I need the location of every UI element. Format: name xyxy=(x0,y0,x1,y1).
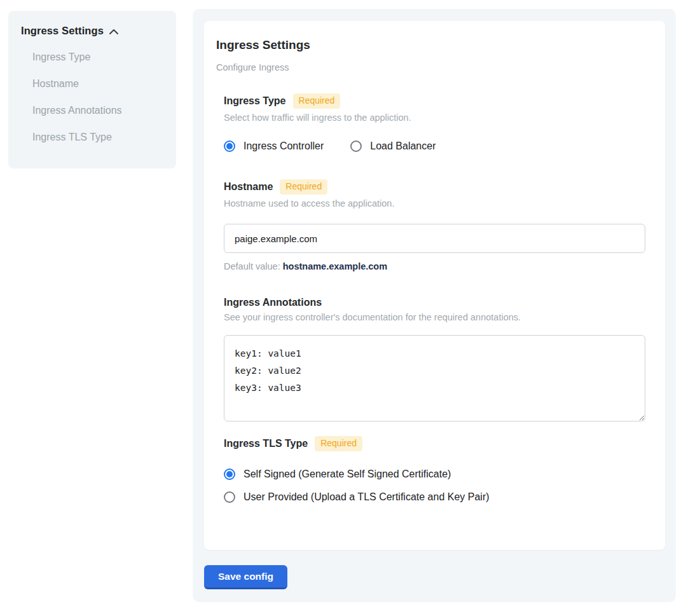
ingress-tls-type-options: Self Signed (Generate Self Signed Certif… xyxy=(224,469,645,503)
ingress-type-options: Ingress Controller Load Balancer xyxy=(224,140,645,152)
section-ingress-tls-type: Ingress TLS Type Required Self Signed (G… xyxy=(224,436,645,503)
radio-option-self-signed[interactable]: Self Signed (Generate Self Signed Certif… xyxy=(224,469,645,480)
ingress-tls-type-label: Ingress TLS Type xyxy=(224,438,308,449)
radio-icon[interactable] xyxy=(224,140,235,152)
sidebar-section-title: Ingress Settings xyxy=(21,25,104,37)
hostname-label: Hostname xyxy=(224,181,273,193)
radio-label: Ingress Controller xyxy=(244,140,324,152)
hostname-default-value: Default value: hostname.example.com xyxy=(224,261,645,271)
sidebar-section-toggle[interactable]: Ingress Settings xyxy=(21,25,165,37)
radio-option-user-provided[interactable]: User Provided (Upload a TLS Certificate … xyxy=(224,491,645,503)
section-hostname: Hostname Required Hostname used to acces… xyxy=(224,179,645,271)
hostname-input[interactable] xyxy=(224,224,645,253)
radio-icon[interactable] xyxy=(224,491,235,503)
default-value-prefix: Default value: xyxy=(224,261,283,271)
radio-option-ingress-controller[interactable]: Ingress Controller xyxy=(224,140,324,152)
radio-label: User Provided (Upload a TLS Certificate … xyxy=(244,491,490,503)
sidebar-item-ingress-type[interactable]: Ingress Type xyxy=(32,50,165,64)
section-ingress-annotations: Ingress Annotations See your ingress con… xyxy=(224,297,645,421)
radio-label: Load Balancer xyxy=(370,140,436,152)
sidebar-item-list: Ingress Type Hostname Ingress Annotation… xyxy=(32,50,165,144)
ingress-type-help: Select how traffic will ingress to the a… xyxy=(224,113,645,123)
default-value-text: hostname.example.com xyxy=(283,261,387,271)
chevron-up-icon[interactable] xyxy=(109,28,119,36)
sidebar-item-hostname[interactable]: Hostname xyxy=(32,77,165,91)
sidebar-item-ingress-annotations[interactable]: Ingress Annotations xyxy=(32,104,165,118)
hostname-help: Hostname used to access the application. xyxy=(224,198,645,209)
ingress-annotations-textarea[interactable]: key1: value1 key2: value2 key3: value3 xyxy=(224,335,645,421)
settings-panel: Ingress Settings Configure Ingress Ingre… xyxy=(193,9,676,602)
required-badge: Required xyxy=(293,93,341,109)
required-badge: Required xyxy=(280,179,327,195)
ingress-type-label: Ingress Type xyxy=(224,95,286,107)
radio-icon[interactable] xyxy=(224,469,235,480)
radio-option-load-balancer[interactable]: Load Balancer xyxy=(350,140,436,152)
sidebar-item-ingress-tls-type[interactable]: Ingress TLS Type xyxy=(32,130,165,144)
page-subtitle: Configure Ingress xyxy=(216,62,645,72)
ingress-annotations-help: See your ingress controller's documentat… xyxy=(224,312,645,322)
radio-label: Self Signed (Generate Self Signed Certif… xyxy=(244,469,451,480)
settings-sidebar: Ingress Settings Ingress Type Hostname I… xyxy=(8,11,176,168)
page-title: Ingress Settings xyxy=(216,38,645,52)
radio-icon[interactable] xyxy=(350,140,362,152)
section-ingress-type: Ingress Type Required Select how traffic… xyxy=(224,93,645,152)
form-sections: Ingress Type Required Select how traffic… xyxy=(224,93,645,503)
required-badge: Required xyxy=(315,436,362,451)
save-config-button[interactable]: Save config xyxy=(204,565,287,589)
ingress-settings-card: Ingress Settings Configure Ingress Ingre… xyxy=(204,21,665,550)
ingress-annotations-label: Ingress Annotations xyxy=(224,297,322,308)
